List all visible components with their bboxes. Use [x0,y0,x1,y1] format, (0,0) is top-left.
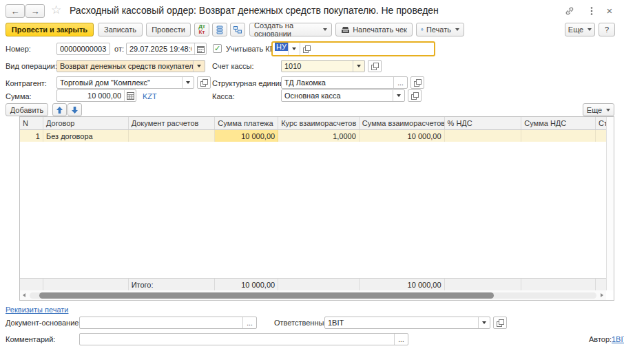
favorite-star-icon[interactable]: ☆ [51,3,61,17]
window-menu-button[interactable] [585,5,598,17]
column-header-contract[interactable]: Договор [43,117,129,129]
related-documents-button[interactable] [212,23,227,36]
totals-settlement-amount: 10 000,00 [360,279,445,290]
amount-input[interactable] [57,90,124,101]
vertical-scrollbar[interactable] [606,117,614,290]
counterparty-dropdown-button[interactable] [182,77,194,88]
operation-combo[interactable]: Возврат денежных средств покупателю [56,60,205,72]
save-button[interactable]: Записать [98,23,143,36]
column-header-clipped[interactable]: Ста [596,117,606,129]
number-input[interactable] [57,43,110,54]
base-document-select-button[interactable]: ... [242,317,256,328]
move-row-down-button[interactable] [67,103,82,116]
toolbar-more-button[interactable]: Еще [565,23,595,36]
number-label: Номер: [6,45,31,53]
column-header-vat-percent[interactable]: % НДС [445,117,522,129]
base-document-input[interactable] [80,317,242,328]
scroll-left-button[interactable] [20,293,28,297]
cashbox-dropdown-button[interactable] [393,90,404,101]
kpn-checkbox[interactable]: ✓ [213,44,222,53]
cell-payment-amount[interactable]: 10 000,00 [215,130,278,142]
add-row-button[interactable]: Добавить [6,103,48,116]
cashbox-combo[interactable]: Основная касса [281,89,405,102]
chevron-down-icon [606,109,610,111]
close-button[interactable]: × [603,4,616,17]
base-document-field[interactable]: ... [79,317,257,329]
cell-vat-percent[interactable] [445,130,522,142]
move-row-up-button[interactable] [52,103,67,116]
responsible-dropdown-button[interactable] [478,317,490,328]
help-button[interactable]: ? [599,23,615,36]
table-header-row: N Договор Документ расчетов Сумма платеж… [20,117,606,130]
cell-settlement-doc[interactable] [129,130,216,142]
structural-unit-select-button[interactable]: ... [393,77,407,88]
chevron-down-icon [397,94,401,97]
print-receipt-button[interactable]: Напечатать чек [335,23,413,36]
author-link[interactable]: 1BIT [612,335,624,343]
structural-unit-field[interactable]: ТД Лакомка ... [281,76,408,89]
column-header-settlement-doc[interactable]: Документ расчетов [129,117,216,129]
currency-link[interactable]: KZT [143,92,157,100]
open-form-icon [200,79,208,87]
post-and-close-label: Провести и закрыть [12,25,87,34]
comment-select-button[interactable]: ... [394,334,408,345]
horizontal-scrollbar[interactable] [20,290,606,300]
column-header-vat-amount[interactable]: Сумма НДС [521,117,596,129]
scrollbar-track[interactable] [30,292,596,299]
cashbox-open-button[interactable] [408,89,422,102]
show-postings-button[interactable]: Дт Кт [194,23,209,36]
cell-contract[interactable]: Без договора [43,130,129,142]
kpn-combo-focused[interactable]: НУ [271,41,435,56]
print-button[interactable]: Печать [416,23,464,36]
comment-field[interactable]: ... [79,333,408,345]
payments-table: N Договор Документ расчетов Сумма платеж… [19,116,614,301]
date-field[interactable] [126,43,207,55]
responsible-open-button[interactable] [493,317,507,329]
operation-dropdown-button[interactable] [193,61,205,72]
payments-table-main: N Договор Документ расчетов Сумма платеж… [20,117,606,300]
cell-vat-amount[interactable] [521,130,596,142]
structural-unit-open-button[interactable] [410,76,424,89]
kpn-open-button[interactable] [300,43,313,55]
number-field[interactable] [56,43,110,55]
totals-empty-contract [43,279,129,290]
scrollbar-thumb[interactable] [39,292,494,299]
cash-account-label: Счет кассы: [212,62,254,70]
scroll-right-button[interactable] [598,293,606,297]
date-input[interactable] [127,43,194,54]
totals-empty-vat-percent [445,279,522,290]
kpn-dropdown-button[interactable] [288,43,300,55]
cell-settlement-rate[interactable]: 1,0000 [278,130,360,142]
cell-clipped[interactable] [596,130,606,142]
base-document-label: Документ-основание: [6,319,81,327]
document-structure-button[interactable] [230,23,245,36]
column-header-settlement-amount[interactable]: Сумма взаиморасчетов [360,117,445,129]
counterparty-open-button[interactable] [197,76,211,89]
comment-input[interactable] [80,334,394,345]
cash-account-open-button[interactable] [368,60,382,72]
post-button[interactable]: Провести [146,23,191,36]
column-header-n[interactable]: N [20,117,43,129]
get-link-icon[interactable] [563,5,576,17]
amount-field[interactable] [56,89,136,102]
calendar-picker-button[interactable] [194,43,206,54]
print-details-link[interactable]: Реквизиты печати [6,306,68,314]
back-button[interactable]: ← [6,4,25,18]
table-row[interactable]: 1 Без договора 10 000,00 1,0000 10 000,0… [20,130,606,142]
counterparty-combo[interactable]: Торговый дом "Комплекс" [56,76,194,89]
totals-payment-amount: 10 000,00 [215,279,278,290]
cash-account-combo[interactable]: 1010 [281,60,365,72]
post-and-close-button[interactable]: Провести и закрыть [6,23,94,36]
items-more-button[interactable]: Еще [583,103,614,116]
responsible-combo[interactable]: 1BIT [324,317,490,329]
create-based-on-button[interactable]: Создать на основании [249,23,332,36]
cell-settlement-amount[interactable]: 10 000,00 [360,130,445,142]
forward-button[interactable]: → [25,4,45,18]
cell-n[interactable]: 1 [20,130,43,142]
chevron-down-icon [186,81,190,84]
cash-account-dropdown-button[interactable] [353,61,364,72]
kt-label: Кт [199,30,205,35]
column-header-payment-amount[interactable]: Сумма платежа [215,117,278,129]
calculator-button[interactable] [124,90,136,101]
column-header-settlement-rate[interactable]: Курс взаиморасчетов [278,117,360,129]
